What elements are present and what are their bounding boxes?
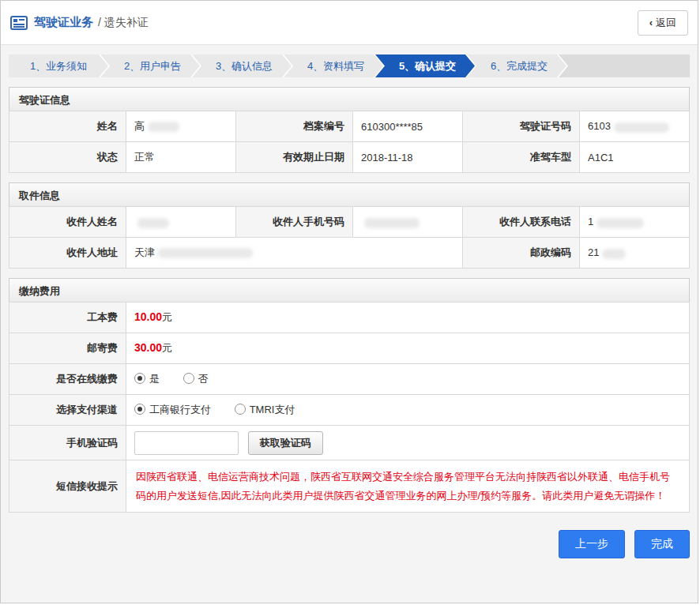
online-pay-yes-option[interactable]: 是 bbox=[134, 372, 160, 386]
back-button[interactable]: ‹ 返回 bbox=[638, 10, 688, 36]
app-header: 驾驶证业务 / 遗失补证 ‹ 返回 bbox=[1, 1, 698, 45]
recipient-label: 收件人姓名 bbox=[9, 207, 126, 238]
name-value: 高 bbox=[126, 111, 236, 142]
file-no-label: 档案编号 bbox=[236, 111, 353, 142]
step-tab-4[interactable]: 4、资料填写 bbox=[284, 54, 383, 77]
post-fee-label: 邮寄费 bbox=[9, 333, 126, 364]
get-captcha-button[interactable]: 获取验证码 bbox=[248, 431, 323, 455]
license-info-section: 驾驶证信息 姓名 高 档案编号 610300****85 驾驶证号码 6103 … bbox=[9, 87, 690, 173]
expire-label: 有效期止日期 bbox=[236, 142, 353, 173]
page: 驾驶证业务 / 遗失补证 ‹ 返回 1、业务须知 2、用户申告 3、确认信息 4… bbox=[0, 0, 698, 603]
online-pay-label: 是否在线缴费 bbox=[9, 364, 126, 395]
redacted-blur bbox=[602, 249, 626, 259]
radio-unchecked-icon[interactable] bbox=[235, 404, 246, 415]
cost-fee-amount: 10.00 bbox=[134, 310, 162, 323]
online-pay-no-option[interactable]: 否 bbox=[183, 372, 209, 386]
status-value: 正常 bbox=[126, 142, 236, 173]
table-row: 手机验证码 获取验证码 bbox=[9, 426, 690, 460]
name-label: 姓名 bbox=[9, 111, 126, 142]
step-tab-2[interactable]: 2、用户申告 bbox=[100, 54, 200, 77]
license-no-value: 6103 bbox=[580, 111, 690, 142]
cost-fee-label: 工本费 bbox=[9, 302, 126, 333]
redacted-blur bbox=[597, 218, 644, 228]
pay-channel-tmri-option[interactable]: TMRI支付 bbox=[235, 403, 295, 417]
redacted-blur bbox=[364, 218, 420, 228]
finish-button[interactable]: 完成 bbox=[634, 530, 690, 558]
address-label: 收件人地址 bbox=[9, 238, 126, 269]
expire-value: 2018-11-18 bbox=[353, 142, 463, 173]
license-section-title: 驾驶证信息 bbox=[9, 87, 690, 111]
sms-notice-text: 因陕西省联通、电信运营商技术问题，陕西省互联网交通安全综合服务管理平台无法向持陕… bbox=[126, 460, 690, 513]
previous-step-button[interactable]: 上一步 bbox=[559, 530, 625, 558]
captcha-input[interactable] bbox=[134, 431, 239, 455]
table-row: 收件人地址 天津 邮政编码 21 bbox=[9, 238, 690, 269]
mobile-value bbox=[353, 207, 463, 238]
step-tab-3[interactable]: 3、确认信息 bbox=[192, 54, 292, 77]
status-label: 状态 bbox=[9, 142, 126, 173]
redacted-blur bbox=[158, 248, 253, 258]
captcha-row: 获取验证码 bbox=[126, 426, 690, 460]
chevron-left-icon: ‹ bbox=[649, 17, 653, 28]
table-row: 邮寄费 30.00元 bbox=[9, 333, 690, 364]
post-fee-value: 30.00元 bbox=[126, 333, 690, 364]
steps-bar: 1、业务须知 2、用户申告 3、确认信息 4、资料填写 5、确认提交 6、完成提… bbox=[1, 45, 698, 77]
table-row: 是否在线缴费 是 否 bbox=[9, 364, 690, 395]
vehicle-class-label: 准驾车型 bbox=[463, 142, 580, 173]
radio-unchecked-icon[interactable] bbox=[183, 373, 194, 384]
cost-fee-value: 10.00元 bbox=[126, 302, 690, 333]
table-row: 状态 正常 有效期止日期 2018-11-18 准驾车型 A1C1 bbox=[9, 142, 690, 173]
online-pay-options: 是 否 bbox=[126, 364, 690, 395]
table-row: 收件人姓名 收件人手机号码 收件人联系电话 1 bbox=[9, 207, 690, 238]
fees-section-title: 缴纳费用 bbox=[9, 278, 690, 302]
footer-actions: 上一步 完成 bbox=[9, 530, 690, 558]
mobile-label: 收件人手机号码 bbox=[236, 207, 353, 238]
vehicle-class-value: A1C1 bbox=[580, 142, 690, 173]
step-tab-5-active[interactable]: 5、确认提交 bbox=[375, 54, 475, 77]
pickup-section-title: 取件信息 bbox=[9, 182, 690, 207]
address-value: 天津 bbox=[126, 238, 463, 269]
pay-channel-label: 选择支付渠道 bbox=[9, 395, 126, 426]
phone-value: 1 bbox=[580, 207, 690, 238]
steps-bar-tail bbox=[559, 54, 690, 77]
license-no-label: 驾驶证号码 bbox=[463, 111, 580, 142]
redacted-blur bbox=[137, 218, 169, 228]
cost-fee-unit: 元 bbox=[162, 311, 172, 323]
table-row: 工本费 10.00元 bbox=[9, 302, 690, 333]
post-fee-unit: 元 bbox=[162, 342, 172, 354]
step-tab-1[interactable]: 1、业务须知 bbox=[9, 54, 108, 77]
pay-channel-icbc-option[interactable]: 工商银行支付 bbox=[134, 403, 211, 417]
redacted-blur bbox=[614, 122, 669, 133]
form-icon bbox=[10, 16, 28, 30]
page-title: 驾驶证业务 bbox=[34, 15, 93, 30]
fees-section: 缴纳费用 工本费 10.00元 邮寄费 30.00元 是否在线缴费 是 否 bbox=[9, 278, 690, 513]
radio-checked-icon[interactable] bbox=[134, 373, 145, 384]
recipient-value bbox=[126, 207, 236, 238]
phone-label: 收件人联系电话 bbox=[463, 207, 580, 238]
captcha-label: 手机验证码 bbox=[9, 426, 126, 460]
back-button-label: 返回 bbox=[656, 16, 676, 30]
zip-value: 21 bbox=[580, 238, 690, 269]
table-row: 短信接收提示 因陕西省联通、电信运营商技术问题，陕西省互联网交通安全综合服务管理… bbox=[9, 460, 690, 513]
breadcrumb-subtitle: / 遗失补证 bbox=[98, 16, 149, 30]
redacted-blur bbox=[148, 122, 179, 132]
radio-checked-icon[interactable] bbox=[134, 404, 145, 415]
zip-label: 邮政编码 bbox=[463, 238, 580, 269]
step-tab-6[interactable]: 6、完成提交 bbox=[467, 54, 566, 77]
file-no-value: 610300****85 bbox=[353, 111, 463, 142]
table-row: 选择支付渠道 工商银行支付 TMRI支付 bbox=[9, 395, 690, 426]
sms-notice-label: 短信接收提示 bbox=[9, 460, 126, 513]
post-fee-amount: 30.00 bbox=[134, 341, 162, 354]
table-row: 姓名 高 档案编号 610300****85 驾驶证号码 6103 bbox=[9, 111, 690, 142]
pay-channel-options: 工商银行支付 TMRI支付 bbox=[126, 395, 690, 426]
pickup-info-section: 取件信息 收件人姓名 收件人手机号码 收件人联系电话 1 收件人地址 天津 邮政… bbox=[9, 182, 690, 269]
